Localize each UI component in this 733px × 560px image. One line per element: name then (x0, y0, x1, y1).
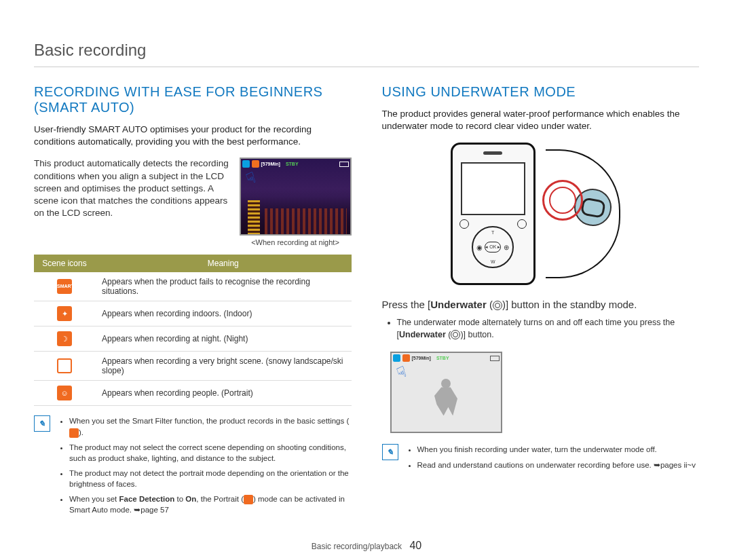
auto-detect-text: This product automatically detects the r… (34, 157, 229, 246)
smart-inline-icon (69, 428, 79, 438)
underwater-heading: USING UNDERWATER MODE (382, 84, 700, 100)
note-badge-icon: ✎ (382, 444, 398, 460)
content-columns: RECORDING WITH EASE FOR BEGINNERS (SMART… (34, 84, 699, 519)
table-cell-meaning: Appears when recording a very bright sce… (95, 352, 352, 381)
page-footer: Basic recording/playback 40 (34, 540, 699, 552)
footer-section: Basic recording/playback (312, 542, 402, 551)
note-item: Read and understand cautions on underwat… (417, 460, 696, 470)
lcd-stby: STBY (286, 162, 299, 166)
th-meaning: Meaning (95, 255, 352, 272)
city-skyline (241, 197, 350, 234)
device-illustration: T W ◉ ⊕ ◂ OK ▸ (382, 143, 700, 285)
scene-small-icon (402, 354, 410, 362)
underwater-small-icon (393, 354, 400, 362)
auto-detect-block: This product automatically detects the r… (34, 157, 352, 246)
indoor-icon: ✦ (57, 306, 72, 321)
table-cell-meaning: Appears when recording indoors. (Indoor) (95, 301, 352, 326)
device-screen (461, 162, 525, 215)
right-column: USING UNDERWATER MODE The product provid… (382, 84, 700, 519)
table-row: ☽ Appears when recording at night. (Nigh… (34, 326, 352, 352)
underwater-lcd-screenshot: [579Min] STBY ☟ (390, 352, 502, 433)
portrait-icon: ☺ (57, 386, 72, 400)
note-badge-icon: ✎ (34, 415, 50, 432)
table-row: ✦ Appears when recording indoors. (Indoo… (34, 301, 352, 326)
page-title: Basic recording (34, 41, 699, 67)
note-item: When you set the Smart Filter function, … (69, 415, 352, 437)
portrait-inline-icon (244, 495, 253, 504)
lcd-figure-wrap: [579Min] STBY ☟ <When recording at night… (240, 157, 352, 246)
swimmer-silhouette (429, 379, 463, 419)
press-instruction: Press the [Underwater ()] button in the … (382, 299, 700, 310)
dpad-t-label: T (491, 230, 494, 235)
touch-rings (542, 180, 583, 221)
dpad-ring: T W ◉ ⊕ ◂ OK ▸ (472, 226, 514, 268)
table-cell-meaning: Appears when recording people. (Portrait… (95, 381, 352, 406)
dpad-right-icon: ⊕ (504, 244, 509, 251)
right-notes: ✎ When you finish recording under water,… (382, 444, 700, 474)
underwater-inline-icon (493, 301, 502, 310)
lcd-topbar: [579Min] STBY (393, 354, 500, 362)
smart-auto-intro: User-friendly SMART AUTO optimises your … (34, 124, 352, 148)
lcd-time: [579Min] (412, 356, 431, 360)
bullet-item: The underwater mode alternately turns on… (397, 317, 700, 341)
lcd-stby: STBY (436, 356, 449, 360)
underwater-small-icon (242, 160, 250, 168)
side-button-right (517, 219, 527, 229)
hand-cursor-icon: ☟ (243, 169, 257, 189)
table-row: Appears when recording a very bright sce… (34, 352, 352, 381)
dpad-left-icon: ◉ (476, 244, 483, 251)
table-row: ☺ Appears when recording people. (Portra… (34, 381, 352, 406)
underwater-inline-icon (451, 330, 460, 339)
smart-auto-heading: RECORDING WITH EASE FOR BEGINNERS (SMART… (34, 84, 352, 115)
speaker-grille (483, 151, 502, 155)
lcd-topbar: [579Min] STBY (242, 160, 349, 168)
hand-cursor-icon: ☟ (394, 363, 408, 383)
dpad-w-label: W (491, 259, 495, 264)
lcd-time: [579Min] (261, 162, 280, 166)
side-button-left (459, 219, 469, 229)
touch-ring-inner (549, 187, 576, 214)
night-icon: ☽ (57, 331, 72, 346)
table-cell-meaning: Appears when recording at night. (Night) (95, 326, 352, 352)
note-item: When you finish recording under water, t… (417, 444, 696, 455)
camcorder-device: T W ◉ ⊕ ◂ OK ▸ (451, 143, 535, 285)
night-lcd-screenshot: [579Min] STBY ☟ (240, 157, 352, 236)
note-item: When you set Face Detection to On, the P… (69, 493, 352, 515)
left-column: RECORDING WITH EASE FOR BEGINNERS (SMART… (34, 84, 352, 519)
ok-button: ◂ OK ▸ (485, 242, 501, 253)
smart-icon: SMART (57, 279, 72, 294)
lcd-caption: <When recording at night> (240, 238, 352, 246)
note-item: The product may not detect the portrait … (69, 468, 352, 489)
page-number: 40 (409, 540, 421, 551)
scene-icons-table: Scene icons Meaning SMART Appears when t… (34, 255, 352, 406)
press-sub-bullets: The underwater mode alternately turns on… (382, 317, 700, 341)
battery-icon (339, 162, 349, 167)
note-item: The product may not select the correct s… (69, 442, 352, 464)
th-scene-icons: Scene icons (34, 255, 95, 272)
left-notes: ✎ When you set the Smart Filter function… (34, 415, 352, 519)
underwater-button-callout (552, 143, 631, 285)
underwater-intro: The product provides general water-proof… (382, 108, 700, 132)
table-cell-meaning: Appears when the product fails to recogn… (95, 272, 352, 301)
table-row: SMART Appears when the product fails to … (34, 272, 352, 301)
battery-icon (490, 356, 500, 361)
night-scene-icon (252, 160, 259, 168)
white-scene-icon (57, 358, 72, 373)
